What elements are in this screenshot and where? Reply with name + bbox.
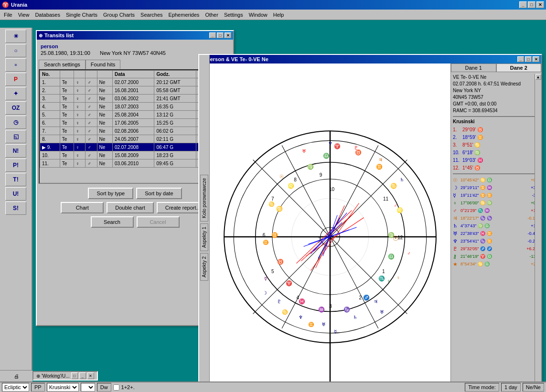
cell-asp: ♂ (86, 151, 97, 159)
cell-p1: Te (60, 119, 74, 127)
cancel-button[interactable]: Cancel (137, 216, 180, 228)
sort-type-button[interactable]: Sort by type (88, 188, 133, 199)
chart-maximize[interactable]: □ (525, 56, 532, 62)
chart-name-select[interactable]: Krusinski (47, 383, 79, 392)
cell-godz: 06:47 G (154, 143, 196, 151)
toolbar-btn-10[interactable]: P! (5, 159, 26, 172)
toolbar-btn-7[interactable]: ◷ (5, 116, 26, 129)
cell-data: 02.08.2006 (112, 127, 154, 135)
toolbar-btn-11[interactable]: T! (5, 173, 26, 186)
sort-date-button[interactable]: Sort by date (136, 188, 182, 199)
k12-num: 12. (453, 165, 461, 170)
cell-godz: 18:23 G (154, 151, 196, 159)
cell-p2: Ne (97, 86, 112, 95)
planet-pos: 8°54'34" ♋ ♎ (460, 262, 530, 266)
tab-dane1[interactable]: Dane 1 (451, 64, 496, 72)
tab-found-hits[interactable]: Found hits (86, 60, 120, 69)
toolbar-btn-12[interactable]: U! (5, 187, 26, 201)
k10-pos: 6°18' ♍ (462, 150, 480, 155)
printer-area[interactable]: 🖨 (0, 370, 32, 381)
planet-symbol: ☉ (453, 177, 460, 183)
cell-data: 24.05.2007 (112, 135, 154, 143)
planet-pos: 23°54'41" ♑ ♊ (460, 239, 526, 244)
close-button[interactable]: ✕ (536, 1, 544, 8)
toolbar-btn-5[interactable]: ✦ (5, 87, 26, 100)
planet-symbol: ★ (453, 261, 460, 267)
minimize-button[interactable]: _ (519, 1, 527, 8)
svg-text:☉: ☉ (279, 174, 284, 179)
svg-text:7: 7 (271, 196, 274, 201)
menu-ephemerides[interactable]: Ephemerides (166, 11, 203, 19)
scroll-up[interactable]: ▲ (535, 74, 541, 80)
menu-single-charts[interactable]: Single Charts (63, 11, 100, 19)
scrollbar-v[interactable]: ▲ ▼ (535, 74, 541, 392)
col-data: Data (112, 71, 154, 78)
chart-minimize[interactable]: _ (517, 56, 524, 62)
cell-godz: 05:58 GMT (154, 86, 196, 95)
cell-sym1: ♀ (74, 159, 85, 168)
menu-view[interactable]: View (15, 11, 32, 19)
krusinski-row-12: 12. 1°45' ♉ (453, 164, 539, 171)
tab-kolo-porownawcze[interactable]: Kolo porownawcze (200, 175, 208, 222)
double-chart-button[interactable]: Double chart (107, 202, 153, 213)
svg-text:♀: ♀ (387, 278, 391, 284)
transits-maximize[interactable]: □ (217, 32, 224, 38)
toolbar-btn-6[interactable]: OZ (5, 101, 26, 115)
svg-text:♑: ♑ (343, 306, 350, 313)
header-line6: RAMC = 308.694534 (453, 107, 539, 114)
svg-text:♎: ♎ (323, 152, 330, 159)
svg-text:☽: ☽ (263, 290, 267, 296)
task-restore[interactable]: □ (71, 372, 78, 379)
menu-databases[interactable]: Databases (32, 11, 63, 19)
svg-text:♆: ♆ (299, 315, 303, 320)
cell-godz: 02:11 G (154, 135, 196, 143)
svg-text:♅: ♅ (321, 322, 326, 327)
toolbar-btn-13[interactable]: S! (5, 201, 26, 215)
planet-row: ⚷ 21°46'19" ♈ ♎ -13.5 (453, 253, 539, 260)
chart-window-title[interactable]: ⊕ person & VE Te- 0-VE Ne _ □ ✕ (199, 55, 541, 64)
cell-godz: 09:45 G (154, 159, 196, 168)
menu-settings[interactable]: Settings (221, 11, 246, 19)
toolbar-btn-8[interactable]: ◱ (5, 130, 26, 143)
chart-button[interactable]: Chart (61, 202, 104, 213)
cell-asp: ♂ (86, 127, 97, 135)
ecliptic-select[interactable]: Ecliptic (2, 383, 29, 392)
toolbar-btn-9[interactable]: N! (5, 144, 26, 158)
toolbar-btn-2[interactable]: ○ (5, 44, 26, 57)
task-min[interactable]: _ (79, 372, 86, 379)
svg-text:♇: ♇ (277, 299, 281, 304)
col-godz: Godz. (154, 71, 196, 78)
task-close[interactable]: ✕ (87, 372, 94, 379)
toolbar-btn-4[interactable]: P (5, 73, 26, 86)
menu-window[interactable]: Window (246, 11, 270, 19)
transits-window-title[interactable]: ⊕ Transits list _ □ ✕ (37, 31, 233, 40)
planet-symbol: ⚷ (453, 254, 460, 260)
extra-select[interactable] (81, 383, 95, 392)
menu-searches[interactable]: Searches (138, 11, 165, 19)
toolbar-btn-3[interactable]: ≡ (5, 58, 26, 72)
menu-help[interactable]: Help (270, 11, 287, 19)
tab-dane2[interactable]: Dane 2 (496, 64, 542, 72)
tab-aspekty-2[interactable]: Aspekty 2 (200, 253, 208, 281)
checkbox-12[interactable] (113, 384, 119, 391)
tab-aspekty-1[interactable]: Aspekty 1 (200, 223, 208, 251)
chart-close[interactable]: ✕ (533, 56, 539, 62)
menu-group-charts[interactable]: Group Charts (100, 11, 138, 19)
svg-text:4: 4 (296, 295, 299, 300)
search-button[interactable]: Search (91, 216, 134, 228)
menu-file[interactable]: File (1, 11, 15, 19)
transits-minimize[interactable]: _ (209, 32, 216, 38)
toolbar-btn-1[interactable]: ☀ (5, 30, 26, 43)
planet-row: ♆ 23°54'41" ♑ ♊ -0.2 R (453, 237, 539, 245)
cell-godz: 15:25 G (154, 119, 196, 127)
maximize-button[interactable]: □ (528, 1, 535, 8)
planet-row: ♀ 17°06'00" ♋ ♍ +0.5 (453, 199, 539, 207)
svg-text:♃: ♃ (378, 157, 383, 162)
tab-search-settings[interactable]: Search settings (39, 60, 86, 69)
planet-row: ★ 8°54'34" ♋ ♎ +2.2 (453, 260, 539, 268)
cell-asp: ♂ (86, 78, 97, 86)
transits-close[interactable]: ✕ (225, 32, 231, 38)
svg-text:♈: ♈ (286, 280, 292, 286)
taskbar-working[interactable]: ⊕ 'Working'/U... □ _ ✕ (32, 371, 98, 381)
menu-other[interactable]: Other (202, 11, 221, 19)
